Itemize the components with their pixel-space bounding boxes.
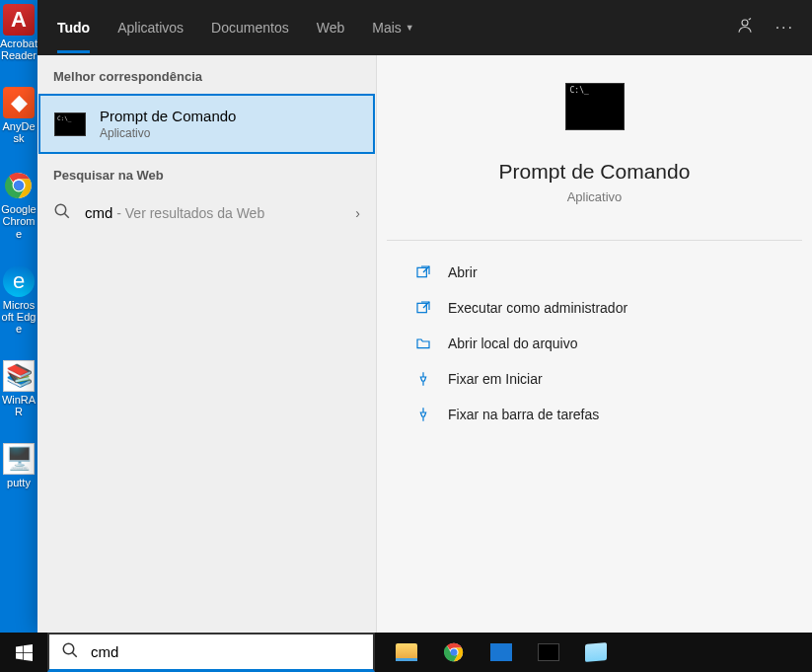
edge-icon: e [3,265,35,297]
putty-icon: 🖥️ [3,443,35,475]
search-panel: Tudo Aplicativos Documentos Web Mais ▼ ·… [37,0,812,633]
tab-tudo[interactable]: Tudo [57,2,90,53]
admin-icon [414,299,432,317]
web-search-header: Pesquisar na Web [37,154,376,192]
desktop-icon-label: Microsoft Edge [0,299,37,335]
folder-icon [414,335,432,352]
search-icon [53,202,71,224]
taskbar [0,633,812,672]
desktop-icon-winrar[interactable]: 📚 WinRAR [0,356,37,421]
web-search-item[interactable]: cmd - Ver resultados da Web › [37,192,376,234]
preview-subtitle: Aplicativo [567,189,623,204]
cmd-icon [538,643,559,661]
svg-point-4 [742,20,748,26]
action-open-location[interactable]: Abrir local do arquivo [408,328,780,359]
taskbar-notes[interactable] [572,633,620,672]
svg-point-2 [14,181,24,190]
desktop-icon-label: WinRAR [0,394,37,417]
search-input[interactable] [91,643,361,660]
action-open[interactable]: Abrir [408,257,780,288]
desktop-icon-anydesk[interactable]: ◆ AnyDesk [0,83,37,148]
notepad-icon [585,642,607,662]
svg-line-10 [72,652,77,657]
desktop-icon-label: AnyDesk [0,120,37,144]
chrome-icon [3,170,35,201]
tab-right-actions: ··· [736,17,794,38]
file-explorer-icon [396,643,417,661]
pin-icon [414,370,432,388]
desktop: A Acrobat Reader ◆ AnyDesk Google Chrome… [0,0,812,633]
taskbar-apps [383,633,620,672]
action-label: Abrir local do arquivo [448,336,578,351]
desktop-icon-chrome[interactable]: Google Chrome [0,166,37,243]
search-tabs: Tudo Aplicativos Documentos Web Mais ▼ ·… [37,0,812,55]
results-column: Melhor correspondência Prompt de Comando… [37,55,377,633]
web-query: cmd [85,204,112,221]
taskbar-cmd[interactable] [525,633,572,672]
best-match-subtitle: Aplicativo [100,126,236,140]
start-button[interactable] [0,633,47,672]
svg-point-9 [63,643,74,654]
preview-cmd-icon [565,83,625,130]
open-icon [414,263,432,281]
tab-aplicativos[interactable]: Aplicativos [117,2,184,53]
taskbar-search[interactable] [47,633,375,672]
action-label: Executar como administrador [448,300,627,316]
desktop-icon-edge[interactable]: e Microsoft Edge [0,261,37,338]
more-options-icon[interactable]: ··· [775,19,794,37]
desktop-icon-putty[interactable]: 🖥️ putty [0,439,37,492]
tab-mais[interactable]: Mais ▼ [372,2,413,53]
chevron-down-icon: ▼ [406,23,414,33]
chevron-right-icon: › [355,205,360,221]
best-match-item[interactable]: Prompt de Comando Aplicativo [38,94,375,154]
tab-documentos[interactable]: Documentos [211,2,289,53]
svg-rect-8 [417,303,426,312]
pin-icon [414,406,432,423]
action-label: Fixar na barra de tarefas [448,407,599,422]
anydesk-icon: ◆ [3,87,35,118]
best-match-title: Prompt de Comando [100,108,236,124]
chrome-icon [444,642,464,662]
svg-point-5 [55,204,66,215]
windows-app-icon [490,643,512,661]
desktop-icon-label: Google Chrome [0,203,37,239]
taskbar-chrome[interactable] [430,633,478,672]
taskbar-winapp[interactable] [478,633,525,672]
feedback-icon[interactable] [736,17,754,38]
windows-icon [16,644,33,661]
web-query-text: cmd - Ver resultados da Web [85,204,264,222]
best-match-text: Prompt de Comando Aplicativo [100,108,236,140]
cmd-icon [54,112,86,136]
svg-rect-7 [417,267,426,276]
tab-web[interactable]: Web [317,2,345,53]
action-label: Fixar em Iniciar [448,371,543,387]
desktop-icon-column: A Acrobat Reader ◆ AnyDesk Google Chrome… [0,0,37,492]
action-run-admin[interactable]: Executar como administrador [408,292,780,324]
acrobat-icon: A [3,4,35,36]
svg-point-12 [451,649,458,656]
tab-label: Mais [372,20,402,36]
action-label: Abrir [448,264,478,280]
winrar-icon: 📚 [3,360,35,392]
best-match-header: Melhor correspondência [37,55,376,94]
preview-title: Prompt de Comando [499,160,691,184]
preview-actions: Abrir Executar como administrador Abrir … [387,240,802,430]
taskbar-explorer[interactable] [383,633,430,672]
search-icon [61,641,79,663]
action-pin-taskbar[interactable]: Fixar na barra de tarefas [408,399,780,430]
svg-line-6 [64,213,69,218]
desktop-icon-label: Acrobat Reader [0,37,37,61]
web-hint: - Ver resultados da Web [112,205,264,221]
desktop-icon-acrobat[interactable]: A Acrobat Reader [0,0,37,65]
search-body: Melhor correspondência Prompt de Comando… [37,55,812,633]
preview-column: Prompt de Comando Aplicativo Abrir Execu… [377,55,812,633]
desktop-icon-label: putty [7,477,31,488]
action-pin-start[interactable]: Fixar em Iniciar [408,363,780,395]
